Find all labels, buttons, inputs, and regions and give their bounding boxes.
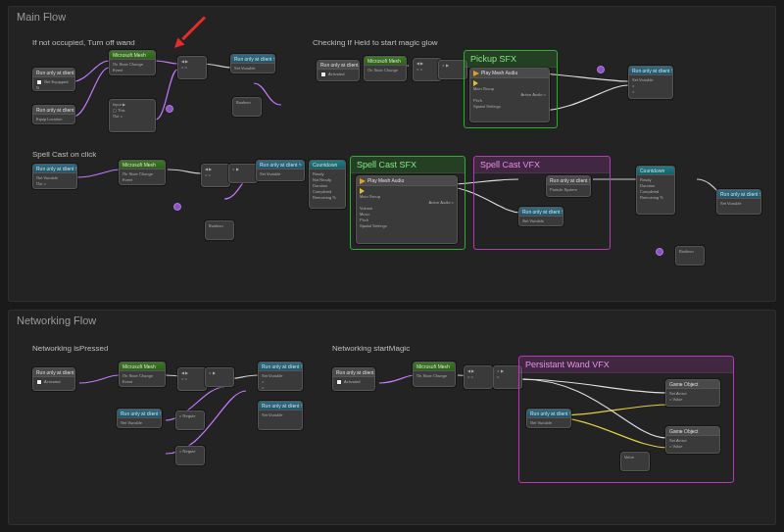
section-main-flow: Main Flow If not occupied, Turn off wand… bbox=[8, 6, 776, 302]
section-title-networking-flow: Networking Flow bbox=[9, 311, 775, 330]
node-negate-2[interactable]: ○ Negate bbox=[175, 446, 205, 465]
speaker-icon bbox=[360, 178, 366, 184]
node-set-variable-1[interactable]: Run only at client > Set Variable bbox=[230, 54, 275, 73]
node-set-active-1[interactable]: Game Object Set Active○ Value bbox=[665, 379, 720, 407]
group-spell-cast-vfx: Spell Cast VFX bbox=[473, 156, 611, 250]
node-get-variable-4[interactable]: Run only at client > Get Variable bbox=[526, 409, 571, 428]
node-get-variable-3[interactable]: Run only at client > Get Variable bbox=[117, 409, 162, 428]
node-split-1[interactable]: ◀ ▶○ ○ bbox=[177, 56, 207, 79]
node-inline-3[interactable]: ○ ▶ bbox=[205, 367, 234, 387]
purple-dot-3 bbox=[173, 203, 181, 211]
node-get-variable-2[interactable]: Run only at client > Get Variable bbox=[518, 207, 564, 226]
file-icon bbox=[320, 72, 326, 77]
comment-spell-cast: Spell Cast on click bbox=[32, 150, 96, 159]
node-set-active-2[interactable]: Game Object Set Active○ Value bbox=[665, 426, 720, 454]
node-negate-1[interactable]: ○ Negate bbox=[175, 411, 205, 430]
speaker-icon bbox=[473, 71, 479, 76]
node-set-variable-4[interactable]: Run only at client > Set Variable bbox=[716, 189, 761, 215]
node-boolean-3[interactable]: Boolean bbox=[675, 246, 705, 266]
node-get-equipped[interactable]: Run only at client > Get Equipped N bbox=[32, 68, 75, 91]
node-set-variable-6[interactable]: Run only at client > Set Variable bbox=[258, 401, 303, 430]
group-title-persistent-wand-vfx: Persistant Wand VFX bbox=[519, 357, 733, 373]
comment-networking-ispressed: Networking isPressed bbox=[32, 344, 108, 353]
group-title-pickup-sfx: Pickup SFX bbox=[465, 51, 557, 68]
node-on-state-change-4[interactable]: Microsoft Mesh On State ChangeEvent bbox=[119, 362, 166, 387]
group-title-spell-cast-vfx: Spell Cast VFX bbox=[474, 157, 610, 173]
file-icon bbox=[336, 379, 342, 385]
node-equip-location[interactable]: Run only at client > Equip Location bbox=[32, 105, 75, 124]
node-boolean-1[interactable]: Boolean bbox=[232, 97, 262, 117]
purple-dot-4 bbox=[656, 248, 663, 256]
node-play-mesh-audio-2[interactable]: Play Mesh Audio Main Group Active Audio … bbox=[356, 175, 458, 244]
comment-checking-if-held: Checking If Held to start magic glow bbox=[313, 38, 438, 47]
node-split-3[interactable]: ◀ ▶○ ○ bbox=[201, 164, 230, 187]
section-networking-flow: Networking Flow Networking isPressed Net… bbox=[8, 310, 776, 525]
node-on-state-change-1[interactable]: Microsoft Mesh On State ChangeEvent bbox=[109, 50, 156, 75]
purple-dot-2 bbox=[597, 66, 605, 73]
file-icon bbox=[36, 379, 42, 385]
purple-dot-1 bbox=[166, 105, 173, 113]
node-activated[interactable]: Run only at client > Activated bbox=[317, 60, 360, 81]
node-on-state-change-5[interactable]: Microsoft Mesh On State Change bbox=[413, 362, 456, 387]
node-play-mesh-audio-1[interactable]: Play Mesh Audio Main Group Active Audio … bbox=[469, 68, 550, 122]
node-split-5[interactable]: ◀ ▶○ ○ bbox=[464, 365, 493, 389]
node-on-state-change-2[interactable]: Microsoft Mesh On State Change bbox=[364, 56, 407, 81]
node-inline-2[interactable]: ○ ▶ bbox=[228, 164, 258, 183]
node-boolean-2[interactable]: Boolean bbox=[205, 220, 234, 240]
node-get-variable-1[interactable]: Run only at client > Get VariableOut ○ bbox=[32, 164, 77, 189]
comment-networking-startmagic: Networking startMagic bbox=[332, 344, 410, 353]
node-activated-2[interactable]: Run only at client > Activated bbox=[32, 367, 75, 391]
section-title-main-flow: Main Flow bbox=[9, 7, 775, 26]
node-branch-1[interactable]: Input ▶▢ ThisOut ○ bbox=[109, 99, 156, 132]
node-particle-sys[interactable]: Run only at client > Particle System bbox=[546, 175, 591, 197]
node-activated-3[interactable]: Run only at client > Activated bbox=[332, 367, 375, 391]
node-set-variable-3[interactable]: Run only at client > Set Variable bbox=[256, 160, 305, 181]
node-on-state-change-3[interactable]: Microsoft Mesh On State ChangeEvent bbox=[119, 160, 166, 185]
comment-if-not-occupied: If not occupied, Turn off wand bbox=[32, 38, 135, 47]
node-set-variable-5[interactable]: Run only at client > Set Variable○○ bbox=[258, 362, 303, 391]
node-countdown-2[interactable]: Countdown Ready Duration Completed Remai… bbox=[636, 166, 675, 215]
node-value-1[interactable]: Value bbox=[620, 452, 650, 471]
node-countdown-1[interactable]: Countdown Ready Not Ready Duration Compl… bbox=[309, 160, 346, 209]
node-set-variable-2[interactable]: Run only at client > Set Variable○○ bbox=[628, 66, 673, 99]
group-title-spell-cast-sfx: Spell Cast SFX bbox=[351, 157, 465, 173]
node-split-4[interactable]: ◀ ▶○ ○ bbox=[177, 367, 207, 391]
